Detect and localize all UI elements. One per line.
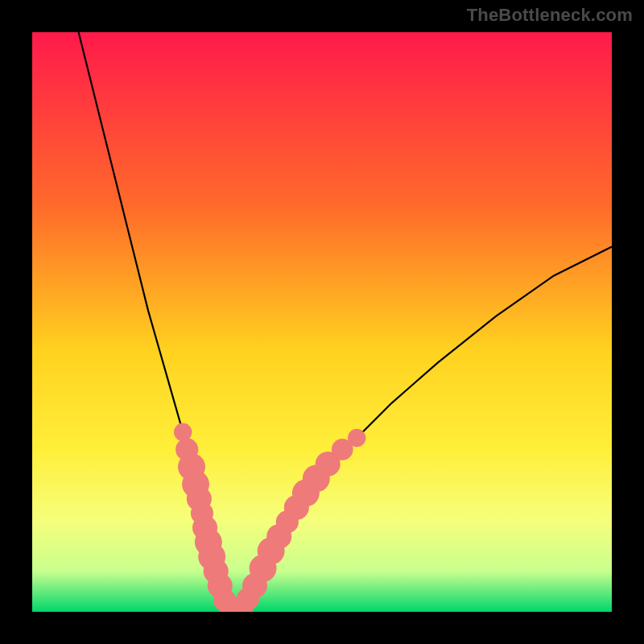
marker-dot	[348, 429, 365, 447]
bottleneck-chart	[32, 32, 612, 612]
attribution-label: TheBottleneck.com	[467, 5, 633, 26]
plot-area	[32, 32, 612, 612]
chart-frame: TheBottleneck.com	[0, 0, 644, 644]
gradient-background	[32, 32, 612, 612]
